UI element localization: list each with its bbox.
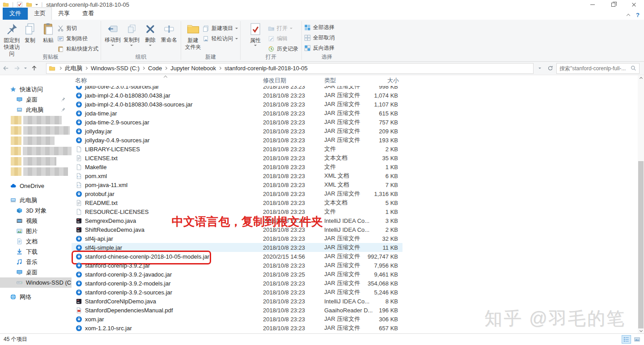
breadcrumb-item[interactable]: Jupyter Notebook	[162, 65, 216, 72]
sidebar-item[interactable]: 桌面	[0, 94, 72, 105]
sidebar-item[interactable]: OneDrive	[0, 181, 72, 191]
cut-button[interactable]: 剪切	[57, 25, 98, 32]
file-row[interactable]: pom-java-11.xml 2018/10/8 23:23 XML 文档 7…	[72, 180, 402, 189]
breadcrumb-item[interactable]: Code	[140, 65, 162, 72]
file-row[interactable]: joda-time-2.9-sources.jar 2018/10/8 23:2…	[72, 118, 402, 127]
file-row[interactable]: slf4j-api.jar 2018/10/8 23:23 JAR 压缩文件 3…	[72, 234, 402, 243]
file-row[interactable]: xom-1.2.10-src.jar 2018/10/8 23:23 JAR 压…	[72, 324, 402, 332]
file-row[interactable]: joda-time.jar 2018/10/8 23:23 JAR 压缩文件 6…	[72, 109, 402, 118]
minimize-button[interactable]	[582, 0, 603, 9]
column-header-size[interactable]: 大小	[349, 77, 399, 85]
sidebar-item[interactable]: 此电脑	[0, 105, 72, 115]
file-row[interactable]: jaxb-impl-2.4.0-b180830.0438-sources.jar…	[72, 100, 402, 109]
breadcrumb-item[interactable]: stanford-corenlp-full-2018-10-05	[216, 65, 308, 72]
details-view-button[interactable]	[622, 335, 631, 344]
help-icon[interactable]: ?	[636, 12, 640, 18]
move-to-button[interactable]: 移动到	[103, 21, 122, 47]
file-row[interactable]: RESOURCE-LICENSES 2018/10/8 23:23 文件 1 K…	[72, 207, 402, 216]
new-item-button[interactable]: 新建项目	[203, 25, 238, 32]
file-row[interactable]: protobuf.jar 2018/10/8 23:23 JAR 压缩文件 1,…	[72, 189, 402, 198]
sidebar-item[interactable]	[0, 166, 72, 177]
sidebar-item[interactable]: 图片	[0, 226, 72, 236]
sidebar-item[interactable]: 快速访问	[0, 84, 72, 94]
file-row[interactable]: stanford-corenlp-3.9.2-javadoc.jar 2018/…	[72, 270, 402, 279]
tab-file[interactable]: 文件	[3, 8, 28, 20]
new-folder-qat-icon[interactable]	[26, 1, 32, 8]
scrollbar-thumb[interactable]	[638, 161, 644, 328]
scroll-down-button[interactable]	[638, 328, 644, 333]
copy-path-button[interactable]: 复制路径	[57, 35, 98, 43]
properties-button[interactable]: 属性	[243, 21, 268, 47]
column-header-date[interactable]: 修改日期	[263, 77, 286, 85]
recent-locations-caret-icon[interactable]	[24, 68, 27, 70]
sidebar-item[interactable]	[0, 146, 72, 156]
file-row[interactable]: jollyday-0.4.9-sources.jar 2018/10/8 23:…	[72, 136, 402, 145]
file-row[interactable]: stanford-chinese-corenlp-2018-10-05-mode…	[72, 252, 402, 261]
file-row[interactable]: LICENSE.txt 2018/10/8 23:23 文本文档 35 KB	[72, 153, 402, 162]
breadcrumb-item[interactable]: Windows-SSD (C:)	[82, 65, 140, 72]
file-row[interactable]: jollyday.jar 2018/10/8 23:23 JAR 压缩文件 20…	[72, 127, 402, 136]
sidebar-item[interactable]: 网络	[0, 292, 72, 302]
sidebar-item[interactable]: 视频	[0, 216, 72, 226]
large-icons-view-button[interactable]	[632, 335, 642, 344]
sidebar-item[interactable]	[0, 156, 72, 166]
up-button[interactable]	[31, 65, 38, 72]
file-row[interactable]: SemgrexDemo.java 2018/10/8 23:23 Intelli…	[72, 216, 402, 225]
new-folder-button[interactable]: 新建 文件夹	[183, 21, 203, 51]
sidebar-item[interactable]	[0, 125, 72, 136]
back-button[interactable]	[3, 65, 9, 72]
paste-shortcut-button[interactable]: 粘贴快捷方式	[57, 45, 98, 53]
file-row[interactable]: stanford-corenlp-3.9.2-sources.jar 2018/…	[72, 288, 402, 297]
select-none-button[interactable]: 全部取消	[304, 34, 335, 42]
file-row[interactable]: stanford-corenlp-3.9.2-models.jar 2018/1…	[72, 279, 402, 288]
sidebar-item[interactable]: 3D 对象	[0, 205, 72, 216]
search-input[interactable]	[559, 65, 629, 72]
column-header-name[interactable]: 名称	[75, 77, 87, 85]
ribbon-tab[interactable]: 查看	[76, 7, 100, 20]
column-header-type[interactable]: 类型	[324, 77, 336, 85]
address-input-box[interactable]: 此电脑Windows-SSD (C:)CodeJupyter Notebooks…	[46, 63, 534, 74]
select-all-button[interactable]: 全部选择	[304, 24, 335, 31]
file-row[interactable]: pom.xml 2018/10/8 23:23 XML 文档 6 KB	[72, 171, 402, 180]
file-row[interactable]: LIBRARY-LICENSES 2018/10/8 23:23 文件 2 KB	[72, 145, 402, 153]
collapse-ribbon-icon[interactable]	[627, 14, 630, 17]
file-row[interactable]: ShiftReduceDemo.java 2018/10/8 23:23 Int…	[72, 225, 402, 234]
history-button[interactable]: 历史记录	[268, 45, 298, 53]
forward-button[interactable]	[13, 65, 20, 72]
address-dropdown-button[interactable]	[536, 63, 544, 74]
sidebar-item[interactable]	[0, 136, 72, 146]
sidebar-item[interactable]: 下载	[0, 247, 72, 257]
rename-button[interactable]: 重命名	[160, 21, 178, 44]
edit-button[interactable]: 编辑	[268, 35, 298, 43]
file-row[interactable]: README.txt 2018/10/8 23:23 文本文档 5 KB	[72, 198, 402, 207]
properties-check-icon[interactable]	[17, 1, 23, 8]
maximize-button[interactable]	[603, 0, 623, 9]
qat-customize-caret-icon[interactable]	[35, 4, 38, 7]
file-row[interactable]: xom.jar 2018/10/8 23:23 JAR 压缩文件 306 KB	[72, 315, 402, 324]
file-row[interactable]: StanfordDependenciesManual.pdf 2018/10/8…	[72, 306, 402, 315]
vertical-scrollbar[interactable]	[638, 75, 644, 333]
copy-to-button[interactable]: 复制到	[122, 21, 141, 47]
ribbon-tab[interactable]: 共享	[52, 7, 76, 20]
sidebar-item[interactable]: 桌面	[0, 267, 72, 277]
close-button[interactable]	[623, 0, 644, 9]
delete-button[interactable]: 删除	[141, 21, 160, 47]
search-box[interactable]	[556, 63, 640, 74]
file-row[interactable]: slf4j-simple.jar 2018/10/8 23:23 JAR 压缩文…	[72, 243, 402, 252]
breadcrumb-item[interactable]: 此电脑	[56, 64, 82, 72]
copy-button[interactable]: 复制	[21, 21, 39, 44]
file-row[interactable]: Makefile 2018/10/8 23:23 文件 1 KB	[72, 162, 402, 171]
sidebar-item[interactable]: 此电脑	[0, 195, 72, 205]
sidebar-item[interactable]	[0, 115, 72, 125]
file-row[interactable]: jaxb-core-2.3.0.1-sources.jar 2018/10/8 …	[72, 86, 402, 91]
paste-button[interactable]: 粘贴	[39, 21, 57, 44]
refresh-button[interactable]	[546, 63, 554, 74]
file-row[interactable]: StanfordCoreNlpDemo.java 2018/10/8 23:23…	[72, 297, 402, 306]
pin-to-quick-access-button[interactable]: 固定到 快速访问	[3, 21, 21, 57]
sidebar-item[interactable]: Windows-SSD (C:)	[0, 277, 72, 288]
scroll-up-button[interactable]	[638, 75, 644, 81]
open-button[interactable]: 打开	[268, 25, 298, 32]
easy-access-button[interactable]: 轻松访问	[203, 35, 238, 43]
file-row[interactable]: stanford-corenlp-3.9.2.jar 2018/10/8 23:…	[72, 261, 402, 270]
ribbon-tab[interactable]: 主页	[28, 7, 52, 20]
